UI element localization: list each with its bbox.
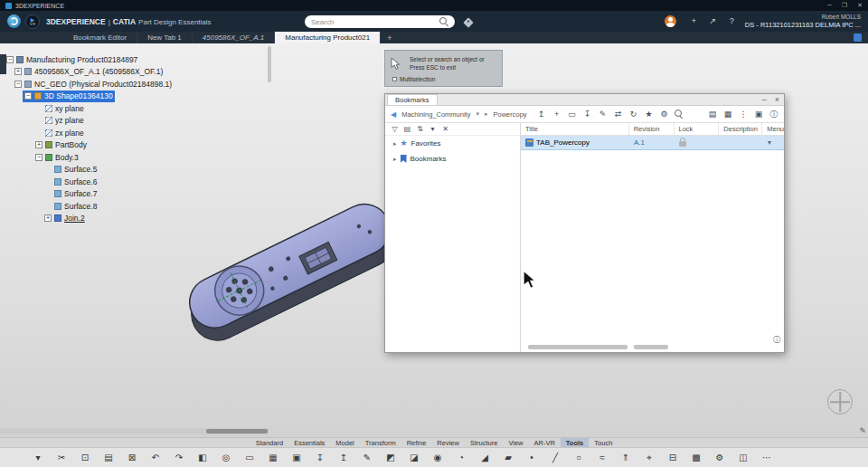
tree-item[interactable]: + 4509586X_OF_A.1 (4509586X_OF.1) bbox=[13, 66, 165, 79]
ribbon-tab[interactable]: Review bbox=[431, 438, 465, 447]
play-badge-icon[interactable]: ▶ V.R bbox=[25, 14, 40, 29]
workspace-tab[interactable]: Bookmark Editor bbox=[63, 32, 137, 43]
edit-icon[interactable]: ✎ bbox=[599, 110, 608, 119]
panel-close-button[interactable]: × bbox=[775, 95, 779, 104]
breadcrumb-current[interactable]: Powercopy bbox=[493, 110, 526, 119]
column-header-revision[interactable]: Revision bbox=[629, 123, 675, 135]
options-chevron-icon[interactable]: ▾ bbox=[31, 453, 45, 462]
tree-item[interactable]: − Manufacturing Product02184897 bbox=[5, 53, 139, 66]
extrude-icon[interactable]: ⇑ bbox=[618, 453, 633, 462]
tree-expander[interactable] bbox=[35, 117, 42, 124]
redo-icon[interactable]: ↷ bbox=[172, 453, 186, 462]
tree-item[interactable]: Surface.5 bbox=[42, 164, 99, 176]
filter-icon[interactable]: ▽ bbox=[391, 125, 399, 133]
panel-search-icon[interactable] bbox=[675, 110, 684, 119]
save-icon[interactable]: ▣ bbox=[289, 453, 304, 462]
add-icon[interactable]: + bbox=[689, 16, 699, 25]
tree-expander[interactable] bbox=[44, 178, 52, 186]
tree-item[interactable]: − NC_GEO (Physical Product02184898.1) bbox=[13, 78, 174, 91]
expander-icon[interactable]: ▸ bbox=[393, 156, 397, 163]
more-icon[interactable]: ⋮ bbox=[739, 110, 748, 119]
workspace-tab[interactable]: New Tab 1 bbox=[137, 32, 193, 43]
column-header-menu[interactable]: Menu bbox=[762, 123, 784, 135]
spline-icon[interactable]: ≈ bbox=[595, 453, 609, 462]
sort-icon[interactable]: ⇅ bbox=[416, 125, 424, 133]
tag-icon[interactable] bbox=[463, 17, 473, 27]
plane-icon[interactable]: ▰ bbox=[501, 453, 515, 462]
import-icon[interactable]: ↧ bbox=[313, 453, 327, 462]
tree-expander[interactable]: + bbox=[35, 141, 42, 148]
more-icon[interactable]: ⋯ bbox=[760, 453, 774, 462]
ribbon-tab[interactable]: Tools bbox=[561, 438, 589, 447]
tree-item[interactable]: + PartBody bbox=[33, 139, 89, 152]
hscroll-thumb[interactable] bbox=[634, 345, 668, 349]
back-button[interactable]: ◀ bbox=[391, 110, 396, 119]
hole-icon[interactable]: ◉ bbox=[430, 453, 445, 462]
tree-item[interactable]: Surface.8 bbox=[42, 200, 99, 213]
workspace-tab[interactable]: 4509586X_OF_A.1 bbox=[193, 32, 276, 43]
info-icon[interactable]: ⓘ bbox=[773, 337, 780, 344]
panel-layout-icon[interactable] bbox=[854, 33, 862, 42]
download-icon[interactable]: ↧ bbox=[583, 110, 592, 119]
breadcrumb-caret-icon[interactable]: ▾ bbox=[476, 110, 479, 118]
column-header-title[interactable]: Title bbox=[521, 123, 629, 135]
tree-expander[interactable]: − bbox=[14, 81, 22, 88]
expander-icon[interactable]: ▸ bbox=[393, 140, 397, 148]
open-icon[interactable]: ▭ bbox=[242, 453, 257, 462]
share-icon[interactable]: ↗ bbox=[708, 16, 718, 25]
bookmark-row-selected[interactable]: TAB_Powercopy A.1 ▾ bbox=[521, 136, 784, 150]
minimize-button[interactable]: ─ bbox=[827, 2, 832, 9]
material-icon[interactable]: ▩ bbox=[689, 453, 703, 462]
tree-scrollbar[interactable] bbox=[268, 46, 271, 82]
group-icon[interactable]: ▤ bbox=[403, 125, 411, 133]
maximize-button[interactable]: ❐ bbox=[842, 2, 847, 9]
annotate-pencil-icon[interactable]: ✎ bbox=[859, 426, 866, 435]
bookmarks-panel-tab[interactable]: Bookmarks bbox=[387, 94, 438, 105]
measure-icon[interactable]: ⌖ bbox=[642, 453, 656, 463]
tree-item[interactable]: − Body.3 bbox=[33, 151, 80, 164]
tree-expander[interactable]: + bbox=[14, 68, 22, 75]
pocket-icon[interactable]: ◪ bbox=[407, 453, 421, 462]
grid-view-icon[interactable]: ▦ bbox=[723, 110, 732, 119]
paint-icon[interactable]: ◧ bbox=[195, 453, 210, 462]
breadcrumb-root[interactable]: Machining_Community bbox=[401, 110, 470, 119]
add-icon[interactable]: + bbox=[552, 110, 561, 119]
hscroll-thumb[interactable] bbox=[528, 345, 627, 349]
zoom-icon[interactable]: ◎ bbox=[219, 453, 233, 462]
tree-item[interactable]: + Join.2 bbox=[42, 213, 87, 225]
tree-expander[interactable] bbox=[35, 105, 42, 112]
nav-item-favorites[interactable]: ▸ ★ Favorites bbox=[385, 136, 520, 151]
bookmarks-panel-titlebar[interactable]: Bookmarks – × bbox=[385, 94, 784, 106]
ribbon-tab[interactable]: Structure bbox=[465, 438, 503, 447]
line-icon[interactable]: ╱ bbox=[548, 453, 562, 462]
tree-item[interactable]: zx plane bbox=[33, 127, 86, 139]
column-header-lock[interactable]: Lock bbox=[675, 123, 720, 135]
fillet-icon[interactable]: ◔ bbox=[454, 453, 468, 462]
tree-expander[interactable] bbox=[35, 129, 42, 137]
ribbon-tab[interactable]: Essentials bbox=[288, 438, 330, 447]
refresh-icon[interactable]: ↻ bbox=[629, 110, 638, 119]
info-icon[interactable]: ⓘ bbox=[769, 109, 778, 120]
viewport-hscrollbar[interactable] bbox=[0, 428, 269, 434]
search-icon[interactable] bbox=[439, 17, 448, 26]
tree-item[interactable]: Surface.7 bbox=[42, 188, 99, 201]
chamfer-icon[interactable]: ◢ bbox=[477, 453, 492, 462]
view-icon[interactable]: ◫ bbox=[736, 453, 750, 462]
user-avatar[interactable] bbox=[665, 15, 676, 27]
copy-icon[interactable]: ⊡ bbox=[78, 453, 92, 462]
multiselection-checkbox[interactable] bbox=[392, 77, 397, 81]
section-icon[interactable]: ⊟ bbox=[665, 453, 680, 462]
settings-icon[interactable]: ⚙ bbox=[712, 453, 727, 462]
panel-minimize-button[interactable]: – bbox=[762, 95, 767, 104]
tree-expander[interactable]: + bbox=[44, 214, 52, 222]
tree-expander[interactable]: − bbox=[35, 154, 42, 161]
tree-item[interactable]: yz plane bbox=[33, 115, 86, 128]
tree-item[interactable]: xy plane bbox=[33, 102, 86, 115]
3d-viewport[interactable]: − Manufacturing Product02184897 + 450958… bbox=[0, 43, 868, 437]
tree-expander[interactable]: − bbox=[6, 56, 14, 63]
tree-item[interactable]: Surface.6 bbox=[42, 176, 99, 188]
tree-expander[interactable] bbox=[44, 166, 52, 173]
settings-icon[interactable]: ⚙ bbox=[660, 110, 669, 119]
list-view-icon[interactable]: ▤ bbox=[708, 110, 717, 119]
print-icon[interactable]: ▦ bbox=[266, 453, 280, 462]
